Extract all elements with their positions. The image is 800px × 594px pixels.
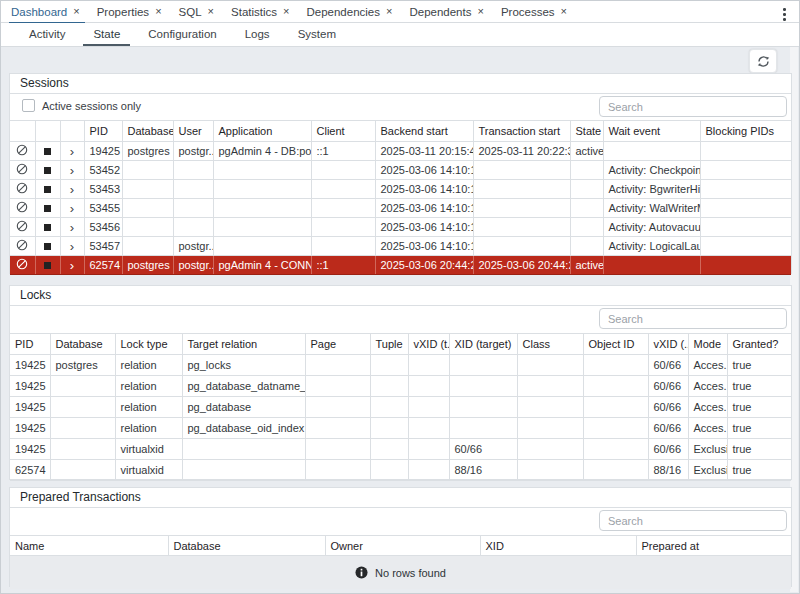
cell-granted: true xyxy=(727,376,791,397)
cancel-icon[interactable] xyxy=(16,165,28,177)
cell-mode: Acces... xyxy=(688,397,727,418)
locks-table: PIDDatabaseLock typeTarget relationPageT… xyxy=(10,333,791,481)
header-cell-tuple[interactable]: Tuple xyxy=(370,334,408,355)
expand-icon-cell: › xyxy=(60,218,84,237)
header-cell-target-relation[interactable]: Target relation xyxy=(182,334,305,355)
table-row[interactable]: ›534552025-03-06 14:10:11 ...Activity: W… xyxy=(10,199,791,218)
header-cell-page[interactable]: Page xyxy=(305,334,370,355)
window-tab-dependents[interactable]: Dependents× xyxy=(407,1,490,23)
active-sessions-checkbox[interactable] xyxy=(22,99,35,112)
cell-xid-target xyxy=(449,376,517,397)
cancel-icon[interactable] xyxy=(16,222,28,234)
tab-label: Statistics xyxy=(231,6,277,18)
cancel-icon[interactable] xyxy=(16,260,28,272)
table-row[interactable]: 62574virtualxid88/1688/16Exclusi...true xyxy=(10,460,791,481)
expand-icon[interactable]: › xyxy=(70,165,74,177)
header-cell-object-id[interactable]: Object ID xyxy=(583,334,648,355)
table-row[interactable]: 19425relationpg_database_oid_index60/66A… xyxy=(10,418,791,439)
cancel-icon[interactable] xyxy=(16,241,28,253)
terminate-icon[interactable] xyxy=(44,164,51,176)
close-icon[interactable]: × xyxy=(477,6,483,17)
header-cell-user[interactable]: User xyxy=(173,121,213,142)
header-cell-vxid[interactable]: vXID (... xyxy=(648,334,688,355)
header-cell-application[interactable]: Application xyxy=(213,121,311,142)
header-cell-class[interactable]: Class xyxy=(517,334,583,355)
terminate-icon[interactable] xyxy=(44,145,51,157)
locks-search-input[interactable] xyxy=(599,308,787,329)
table-row[interactable]: ›534522025-03-06 14:10:11 ...Activity: C… xyxy=(10,161,791,180)
window-tab-dashboard[interactable]: Dashboard× xyxy=(9,1,87,23)
header-cell-pid[interactable]: PID xyxy=(10,334,50,355)
subtab-configuration[interactable]: Configuration xyxy=(134,23,230,46)
terminate-icon[interactable] xyxy=(44,221,51,233)
window-tab-processes[interactable]: Processes× xyxy=(499,1,574,23)
header-cell-wait-event[interactable]: Wait event xyxy=(603,121,700,142)
header-cell-vxid-t[interactable]: vXID (t... xyxy=(408,334,449,355)
prepared-transactions-panel: Prepared Transactions NameDatabaseOwnerX… xyxy=(9,487,792,587)
header-cell-client[interactable]: Client xyxy=(311,121,375,142)
header-cell-lock-type[interactable]: Lock type xyxy=(115,334,182,355)
header-cell-database[interactable]: Database xyxy=(122,121,173,142)
header-cell-mode[interactable]: Mode xyxy=(688,334,727,355)
terminate-icon[interactable] xyxy=(44,240,51,252)
header-cell-blocking-pids[interactable]: Blocking PIDs xyxy=(700,121,791,142)
table-row[interactable]: ›534562025-03-06 14:10:11 ...Activity: A… xyxy=(10,218,791,237)
header-cell-state[interactable]: State xyxy=(570,121,603,142)
table-row[interactable]: 19425postgresrelationpg_locks60/66Acces.… xyxy=(10,355,791,376)
sessions-search-input[interactable] xyxy=(599,96,787,117)
cancel-icon[interactable] xyxy=(16,146,28,158)
close-icon[interactable]: × xyxy=(73,6,79,17)
subtab-state[interactable]: State xyxy=(79,23,134,46)
window-tab-properties[interactable]: Properties× xyxy=(95,1,169,23)
header-cell-name[interactable]: Name xyxy=(10,536,168,556)
cell-lock-type: relation xyxy=(115,376,182,397)
cell-transaction-start xyxy=(473,161,570,180)
table-row[interactable]: 19425relationpg_database_datname_ind...6… xyxy=(10,376,791,397)
active-sessions-filter[interactable]: Active sessions only xyxy=(22,99,141,112)
header-cell-transaction-start[interactable]: Transaction start xyxy=(473,121,570,142)
table-row[interactable]: 19425relationpg_database60/66Acces...tru… xyxy=(10,397,791,418)
cell-xid-target: 88/16 xyxy=(449,460,517,481)
table-row[interactable]: ›534532025-03-06 14:10:11 ...Activity: B… xyxy=(10,180,791,199)
header-cell-granted[interactable]: Granted? xyxy=(727,334,791,355)
close-icon[interactable]: × xyxy=(283,6,289,17)
expand-icon[interactable]: › xyxy=(70,260,74,272)
window-tab-sql[interactable]: SQL× xyxy=(177,1,221,23)
subtab-system[interactable]: System xyxy=(284,23,350,46)
kebab-menu-icon[interactable] xyxy=(779,5,790,24)
close-icon[interactable]: × xyxy=(155,6,161,17)
expand-icon[interactable]: › xyxy=(70,203,74,215)
subtab-activity[interactable]: Activity xyxy=(15,23,79,46)
terminate-icon[interactable] xyxy=(44,202,51,214)
expand-icon[interactable]: › xyxy=(70,241,74,253)
close-icon[interactable]: × xyxy=(208,6,214,17)
cancel-icon[interactable] xyxy=(16,184,28,196)
cancel-icon[interactable] xyxy=(16,203,28,215)
table-row[interactable]: ›53457postgr...2025-03-06 14:10:11 ...Ac… xyxy=(10,237,791,256)
close-icon[interactable]: × xyxy=(561,6,567,17)
terminate-icon[interactable] xyxy=(44,259,51,271)
terminate-icon[interactable] xyxy=(44,183,51,195)
table-row[interactable]: ›62574postgrespostgr...pgAdmin 4 - CONN:… xyxy=(10,256,791,275)
window-tab-dependencies[interactable]: Dependencies× xyxy=(304,1,399,23)
table-row[interactable]: ›19425postgrespostgr...pgAdmin 4 - DB:po… xyxy=(10,142,791,161)
subtab-logs[interactable]: Logs xyxy=(231,23,284,46)
refresh-button[interactable] xyxy=(749,49,777,73)
table-row[interactable]: 19425virtualxid60/6660/66Exclusi...true xyxy=(10,439,791,460)
expand-icon[interactable]: › xyxy=(70,184,74,196)
header-cell-xid-target[interactable]: XID (target) xyxy=(449,334,517,355)
header-cell-xid[interactable]: XID xyxy=(480,536,636,556)
header-cell-database[interactable]: Database xyxy=(168,536,325,556)
terminate-icon-cell xyxy=(35,142,60,161)
header-cell-database[interactable]: Database xyxy=(50,334,115,355)
header-cell-pid[interactable]: PID xyxy=(84,121,122,142)
prepared-search-input[interactable] xyxy=(599,510,787,531)
header-cell-owner[interactable]: Owner xyxy=(325,536,480,556)
close-icon[interactable]: × xyxy=(386,6,392,17)
expand-icon[interactable]: › xyxy=(70,146,74,158)
cell-pid: 19425 xyxy=(10,418,50,439)
header-cell-prepared-at[interactable]: Prepared at xyxy=(636,536,791,556)
expand-icon[interactable]: › xyxy=(70,222,74,234)
header-cell-backend-start[interactable]: Backend start xyxy=(375,121,473,142)
window-tab-statistics[interactable]: Statistics× xyxy=(229,1,296,23)
